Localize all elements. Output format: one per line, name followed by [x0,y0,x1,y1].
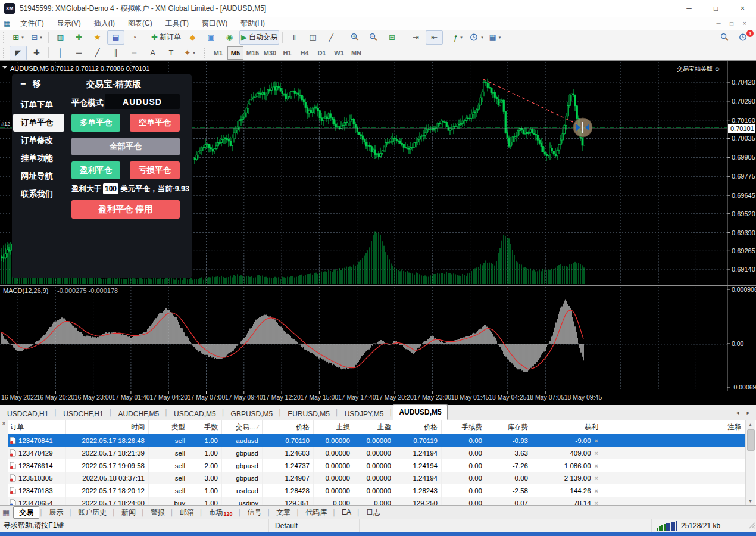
fibonacci-tool[interactable]: ≣ [126,46,143,60]
metaeditor-button[interactable]: ◆ [184,30,201,45]
menu-文件F[interactable]: 文件(F) [14,18,50,29]
tile-windows-button[interactable]: ⊞ [383,30,401,45]
close-symbol-select[interactable]: AUDUSD [105,94,180,109]
crosshair-tool[interactable]: ✚ [28,46,45,60]
mdi-restore-button[interactable]: □ [725,18,738,29]
terminal-tab-代码库[interactable]: 代码库 [300,507,332,518]
terminal-tab-信号[interactable]: 信号 [242,507,267,518]
close-short-button[interactable]: 空单平仓 [130,114,180,132]
column-header-0[interactable]: 订单 [8,420,66,434]
window-minimize-button[interactable]: ─ [676,0,702,17]
column-header-5[interactable]: 价格 [263,420,314,434]
strategy-tester-button[interactable]: ◔ [126,30,143,45]
navigator-button[interactable]: ★ [89,30,106,45]
profit-threshold-input[interactable] [103,183,118,194]
close-order-button[interactable]: × [595,475,598,482]
chart-shift-button[interactable]: ⇤ [426,30,443,45]
terminal-toggle-button[interactable]: ▤ [107,30,124,45]
period-mn-button[interactable]: MN [348,46,364,60]
web-terminal-button[interactable]: ▣ [202,30,220,45]
column-header-11[interactable]: 获利 [532,420,602,434]
terminal-tab-新闻[interactable]: 新闻 [116,507,141,518]
menu-帮助H[interactable]: 帮助(H) [234,18,271,29]
scrollbar-thumb[interactable] [747,429,755,451]
terminal-close-icon[interactable]: × [2,420,5,426]
panel-menu-联系我们[interactable]: 联系我们 [12,185,71,203]
arrows-tool[interactable]: ✦▾ [181,46,198,60]
chart-tab-gbpusd-m5[interactable]: GBPUSD,M5 [226,407,279,420]
tab-scroll-left-button[interactable]: ◂ [732,407,743,418]
toolbar-handle[interactable] [3,32,7,43]
close-order-button[interactable]: × [595,437,598,444]
period-h4-button[interactable]: H4 [296,46,313,60]
column-header-8[interactable]: 价格 [395,420,442,434]
templates-button[interactable]: ▦▾ [486,30,504,45]
column-header-2[interactable]: 类型 [149,420,189,434]
column-header-3[interactable]: 手数 [189,420,222,434]
menu-窗口W[interactable]: 窗口(W) [195,18,234,29]
period-d1-button[interactable]: D1 [314,46,330,60]
cursor-tool[interactable]: ◤ [10,46,27,60]
data-window-button[interactable]: ✚ [70,30,88,45]
chart-profiles-button[interactable]: ⊟▾ [28,30,45,45]
zoom-in-button[interactable] [346,30,364,45]
period-w1-button[interactable]: W1 [331,46,347,60]
terminal-tab-市场[interactable]: 市场120 [204,507,238,518]
search-icon[interactable] [716,30,733,45]
candlestick-type-button[interactable]: ◫ [304,30,321,45]
chart-tab-usdcad-h1[interactable]: USDCAD,H1 [2,407,54,420]
panel-move-handle[interactable]: 移 [33,79,41,89]
mdi-minimize-button[interactable]: ─ [712,18,725,29]
chart-tab-eurusd-m5[interactable]: EURUSD,M5 [282,407,335,420]
menu-工具T[interactable]: 工具(T) [159,18,195,29]
panel-minimize-button[interactable]: − [20,79,26,89]
column-header-4[interactable]: 交易...∕ [222,420,263,434]
terminal-tab-文章[interactable]: 文章 [271,507,296,518]
profit-close-toggle-button[interactable]: 盈利平仓 停用 [71,200,180,219]
table-row[interactable]: 1234706542022.05.17 18:24:00buy1.00usdjp… [8,497,745,505]
chart-drag-marker[interactable] [573,118,592,137]
close-long-button[interactable]: 多单平仓 [71,114,120,132]
text-tool[interactable]: A [144,46,161,60]
horizontal-line-tool[interactable]: ─ [70,46,88,60]
panels-grid-icon[interactable]: ▦ [2,508,10,517]
period-m30-button[interactable]: M30 [262,46,278,60]
period-h1-button[interactable]: H1 [279,46,295,60]
chart-tab-audusd-m5[interactable]: AUDUSD,M5 [393,404,447,420]
chart-tab-usdjpy-m5[interactable]: USDJPY,M5 [339,407,389,420]
tab-scroll-right-button[interactable]: ▸ [743,407,754,418]
terminal-tab-展示[interactable]: 展示 [43,507,68,518]
scroll-down-icon[interactable]: ▼ [746,497,755,505]
menu-显示V[interactable]: 显示(V) [51,18,88,29]
column-header-9[interactable]: 手续费 [442,420,486,434]
toolbar-handle[interactable] [204,48,207,58]
period-m15-button[interactable]: M15 [245,46,261,60]
status-profile[interactable]: Default [269,519,360,532]
indicators-button[interactable]: ƒ▾ [449,30,467,45]
vertical-line-tool[interactable]: │ [52,46,69,60]
auto-trading-button[interactable]: ▶自动交易 [239,30,279,45]
terminal-tab-警报[interactable]: 警报 [145,507,170,518]
scroll-up-icon[interactable]: ▲ [746,420,755,429]
line-chart-type-button[interactable]: ╱ [323,30,340,45]
column-header-1[interactable]: 时间 [66,420,149,434]
column-header-12[interactable]: 注释 [602,420,745,434]
table-row[interactable]: 1234704292022.05.17 18:21:39sell1.00gbpu… [8,447,745,459]
panel-menu-订单平仓[interactable]: 订单平仓 [13,114,64,132]
terminal-tab-日志[interactable]: 日志 [361,507,386,518]
trendline-tool[interactable]: ╱ [89,46,106,60]
close-order-button[interactable]: × [595,462,598,469]
period-m1-button[interactable]: M1 [210,46,226,60]
table-row[interactable]: 1234766142022.05.17 19:09:58sell2.00gbpu… [8,459,745,472]
toolbar-handle[interactable] [3,48,7,58]
terminal-tab-邮箱[interactable]: 邮箱 [174,507,199,518]
auto-scroll-button[interactable]: ⇥ [407,30,424,45]
terminal-tab-EA[interactable]: EA [336,507,357,518]
close-order-button[interactable]: × [595,450,598,457]
sounds-button[interactable]: ◉ [221,30,238,45]
channel-tool[interactable]: ∥ [107,46,124,60]
bar-chart-type-button[interactable]: ‖ [286,30,303,45]
panel-menu-订单下单[interactable]: 订单下单 [12,96,71,114]
window-close-button[interactable]: × [729,0,756,17]
periods-menu-button[interactable]: ▾ [468,30,485,45]
